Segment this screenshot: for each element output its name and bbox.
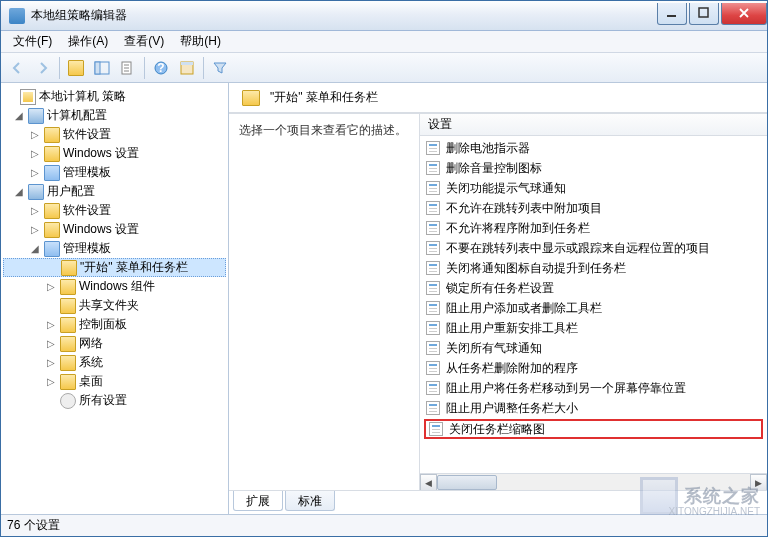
policy-icon (426, 361, 440, 375)
tree-item[interactable]: ▷管理模板 (3, 163, 226, 182)
tab-standard[interactable]: 标准 (285, 491, 335, 511)
column-header-setting[interactable]: 设置 (420, 114, 767, 136)
expand-icon[interactable]: ▷ (29, 205, 41, 216)
list-item[interactable]: 关闭功能提示气球通知 (420, 178, 767, 198)
help-button[interactable]: ? (149, 56, 173, 80)
expand-icon[interactable]: ▷ (45, 281, 57, 292)
properties-button[interactable] (175, 56, 199, 80)
tree-admin-templates[interactable]: ◢管理模板 (3, 239, 226, 258)
svg-rect-1 (699, 8, 708, 17)
policy-icon (426, 181, 440, 195)
menu-file[interactable]: 文件(F) (5, 31, 60, 52)
menu-action[interactable]: 操作(A) (60, 31, 116, 52)
tab-bar: 扩展 标准 (229, 490, 767, 514)
svg-text:?: ? (157, 61, 164, 75)
show-tree-button[interactable] (90, 56, 114, 80)
close-button[interactable] (721, 3, 767, 25)
tree-item[interactable]: ▷Windows 设置 (3, 220, 226, 239)
minimize-button[interactable] (657, 3, 687, 25)
svg-rect-8 (181, 62, 193, 65)
tree-root[interactable]: 本地计算机 策略 (3, 87, 226, 106)
list-item[interactable]: 阻止用户重新安排工具栏 (420, 318, 767, 338)
policy-icon (426, 301, 440, 315)
list-item[interactable]: 从任务栏删除附加的程序 (420, 358, 767, 378)
tree-item[interactable]: ▷桌面 (3, 372, 226, 391)
list-item[interactable]: 删除电池指示器 (420, 138, 767, 158)
expand-icon[interactable]: ▷ (29, 148, 41, 159)
svg-rect-3 (95, 62, 100, 74)
expand-icon[interactable]: ▷ (29, 167, 41, 178)
tree-start-taskbar[interactable]: "开始" 菜单和任务栏 (3, 258, 226, 277)
scroll-thumb[interactable] (437, 475, 497, 490)
window: 本地组策略编辑器 文件(F) 操作(A) 查看(V) 帮助(H) ? 本地计算机… (0, 0, 768, 537)
tree-item[interactable]: ▷软件设置 (3, 201, 226, 220)
menu-view[interactable]: 查看(V) (116, 31, 172, 52)
collapse-icon[interactable]: ◢ (13, 110, 25, 121)
tree-item[interactable]: ▷软件设置 (3, 125, 226, 144)
list-item[interactable]: 阻止用户将任务栏移动到另一个屏幕停靠位置 (420, 378, 767, 398)
policy-icon (426, 401, 440, 415)
scroll-left-icon[interactable]: ◀ (420, 474, 437, 491)
app-icon (9, 8, 25, 24)
list-body[interactable]: 删除电池指示器 删除音量控制图标 关闭功能提示气球通知 不允许在跳转列表中附加项… (420, 136, 767, 473)
policy-icon (426, 221, 440, 235)
tree-item[interactable]: ▷系统 (3, 353, 226, 372)
list-item[interactable]: 不允许将程序附加到任务栏 (420, 218, 767, 238)
list-item[interactable]: 锁定所有任务栏设置 (420, 278, 767, 298)
expand-icon[interactable]: ▷ (45, 319, 57, 330)
expand-icon[interactable]: ▷ (29, 224, 41, 235)
export-button[interactable] (116, 56, 140, 80)
description-pane: 选择一个项目来查看它的描述。 (229, 114, 419, 490)
page-title: "开始" 菜单和任务栏 (270, 89, 378, 106)
toolbar: ? (1, 53, 767, 83)
policy-icon (426, 201, 440, 215)
up-button[interactable] (64, 56, 88, 80)
expand-icon[interactable]: ▷ (45, 338, 57, 349)
tree-all-settings[interactable]: 所有设置 (3, 391, 226, 410)
collapse-icon[interactable]: ◢ (29, 243, 41, 254)
tree-panel[interactable]: 本地计算机 策略 ◢计算机配置 ▷软件设置 ▷Windows 设置 ▷管理模板 … (1, 83, 229, 514)
menu-help[interactable]: 帮助(H) (172, 31, 229, 52)
tree-user-config[interactable]: ◢用户配置 (3, 182, 226, 201)
list-item[interactable]: 删除音量控制图标 (420, 158, 767, 178)
policy-icon (426, 281, 440, 295)
description-text: 选择一个项目来查看它的描述。 (239, 123, 407, 137)
filter-button[interactable] (208, 56, 232, 80)
tree-item[interactable]: ▷Windows 设置 (3, 144, 226, 163)
list-item[interactable]: 不要在跳转列表中显示或跟踪来自远程位置的项目 (420, 238, 767, 258)
tree-computer-config[interactable]: ◢计算机配置 (3, 106, 226, 125)
svg-rect-0 (667, 15, 676, 17)
scroll-right-icon[interactable]: ▶ (750, 474, 767, 491)
policy-icon (429, 422, 443, 436)
policy-icon (426, 341, 440, 355)
menubar: 文件(F) 操作(A) 查看(V) 帮助(H) (1, 31, 767, 53)
policy-icon (426, 381, 440, 395)
status-bar: 76 个设置 (1, 514, 767, 536)
window-title: 本地组策略编辑器 (31, 7, 655, 24)
expand-icon[interactable]: ▷ (29, 129, 41, 140)
list-item[interactable]: 阻止用户调整任务栏大小 (420, 398, 767, 418)
content-header: "开始" 菜单和任务栏 (229, 83, 767, 113)
forward-button[interactable] (31, 56, 55, 80)
list-item[interactable]: 阻止用户添加或者删除工具栏 (420, 298, 767, 318)
horizontal-scrollbar[interactable]: ◀ ▶ (420, 473, 767, 490)
expand-icon[interactable]: ▷ (45, 376, 57, 387)
tab-extended[interactable]: 扩展 (233, 491, 283, 511)
list-item[interactable]: 不允许在跳转列表中附加项目 (420, 198, 767, 218)
tree-item[interactable]: ▷控制面板 (3, 315, 226, 334)
policy-icon (426, 141, 440, 155)
settings-list: 设置 删除电池指示器 删除音量控制图标 关闭功能提示气球通知 不允许在跳转列表中… (419, 114, 767, 490)
titlebar[interactable]: 本地组策略编辑器 (1, 1, 767, 31)
back-button[interactable] (5, 56, 29, 80)
policy-icon (426, 241, 440, 255)
maximize-button[interactable] (689, 3, 719, 25)
list-item[interactable]: 关闭所有气球通知 (420, 338, 767, 358)
tree-item[interactable]: ▷Windows 组件 (3, 277, 226, 296)
list-item[interactable]: 关闭将通知图标自动提升到任务栏 (420, 258, 767, 278)
tree-item[interactable]: ▷网络 (3, 334, 226, 353)
list-item-highlighted[interactable]: 关闭任务栏缩略图 (424, 419, 763, 439)
tree-item[interactable]: 共享文件夹 (3, 296, 226, 315)
expand-icon[interactable]: ▷ (45, 357, 57, 368)
policy-icon (426, 321, 440, 335)
collapse-icon[interactable]: ◢ (13, 186, 25, 197)
